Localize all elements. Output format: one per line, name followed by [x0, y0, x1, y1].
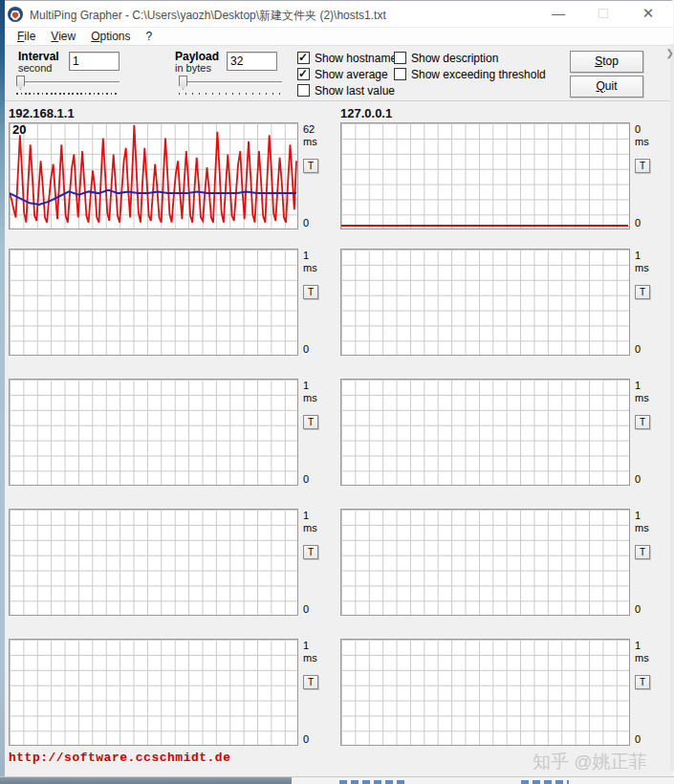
hostname-label: 127.0.0.1 [340, 106, 392, 120]
ping-graph-plot [340, 249, 630, 356]
background-window-edge-left [0, 0, 5, 776]
background-window-bottom-dark [0, 777, 292, 784]
ping-graph-plot [340, 639, 630, 746]
ping-graph-plot: 20 [9, 122, 298, 229]
scale-min-label: 0 [635, 343, 641, 355]
checkbox-label: Show last value [315, 84, 395, 98]
checkbox-label: Show exceeding threshold [411, 68, 546, 81]
app-icon [8, 7, 23, 22]
checkbox-checked-icon[interactable] [297, 68, 310, 80]
threshold-button[interactable]: T [635, 159, 650, 173]
threshold-button[interactable]: T [303, 545, 318, 559]
checkbox-unchecked-icon[interactable] [394, 68, 406, 80]
checkbox-column-1: Show hostnamesShow averageShow last valu… [297, 52, 402, 97]
scale-unit-label: ms [635, 652, 649, 664]
scale-min-label: 0 [303, 733, 309, 745]
payload-slider-track[interactable] [179, 81, 282, 84]
stop-button[interactable]: Stop [570, 51, 643, 73]
graph-area: 192.168.1.12062ms0T127.0.0.10ms0T1ms0T1m… [1, 101, 673, 777]
scale-unit-label: ms [303, 652, 317, 664]
menu-bar: File View Options ? [1, 28, 673, 45]
checkbox-show-average[interactable]: Show average [297, 68, 402, 80]
scale-unit-label: ms [303, 392, 317, 403]
scale-max-label: 1 [303, 250, 309, 261]
scale-unit-label: ms [303, 136, 317, 147]
menu-help[interactable]: ? [139, 29, 161, 45]
interval-slider-thumb[interactable] [16, 76, 25, 90]
checkbox-column-2: Show descriptionShow exceeding threshold [394, 52, 546, 80]
scale-unit-label: ms [635, 262, 649, 273]
ping-graph-plot [9, 379, 298, 486]
checkbox-show-description[interactable]: Show description [394, 52, 546, 64]
scale-min-label: 0 [303, 603, 309, 615]
toolbar: Interval second Payload in bytes Show ho… [1, 45, 673, 101]
scale-min-label: 0 [635, 217, 641, 229]
checkbox-unchecked-icon[interactable] [394, 52, 406, 64]
ping-graph-plot [9, 509, 298, 616]
checkbox-show-last-value[interactable]: Show last value [297, 84, 402, 97]
scale-max-label: 62 [303, 123, 315, 135]
background-window-bottom [0, 776, 674, 784]
minimize-button[interactable]: — [542, 1, 575, 28]
checkbox-show-exceeding-threshold[interactable]: Show exceeding threshold [394, 68, 546, 80]
footer-link[interactable]: http://software.ccschmidt.de [9, 751, 230, 765]
menu-view[interactable]: View [43, 29, 83, 45]
checkbox-label: Show average [315, 68, 388, 81]
threshold-button[interactable]: T [635, 675, 650, 689]
scale-min-label: 0 [303, 217, 309, 229]
checkbox-unchecked-icon[interactable] [297, 84, 310, 97]
scale-max-label: 1 [303, 640, 309, 651]
checkbox-label: Show description [411, 52, 498, 65]
scale-unit-label: ms [303, 522, 317, 534]
app-window: MultiPing Grapher - C:\Users\yaozh\Deskt… [0, 0, 672, 776]
scale-unit-label: ms [303, 262, 317, 273]
threshold-button[interactable]: T [635, 545, 650, 559]
ping-graph-plot [9, 639, 298, 746]
quit-button[interactable]: Quit [570, 76, 643, 98]
maximize-button[interactable]: ☐ [587, 1, 620, 28]
interval-slider-ticks [16, 93, 120, 95]
checkbox-show-hostnames[interactable]: Show hostnames [297, 52, 402, 64]
threshold-button[interactable]: T [303, 415, 318, 429]
window-title: MultiPing Grapher - C:\Users\yaozh\Deskt… [30, 8, 386, 24]
payload-input[interactable] [227, 52, 277, 71]
checkbox-label: Show hostnames [315, 52, 402, 65]
scale-max-label: 1 [635, 640, 641, 651]
payload-label: Payload [175, 50, 219, 63]
scale-max-label: 0 [635, 123, 641, 135]
threshold-button[interactable]: T [303, 285, 318, 299]
threshold-button[interactable]: T [303, 675, 318, 689]
ping-graph-plot [340, 509, 630, 616]
scale-max-label: 1 [303, 380, 309, 391]
scale-min-label: 0 [303, 473, 309, 485]
scale-unit-label: ms [635, 392, 649, 403]
payload-sublabel: in bytes [175, 62, 211, 74]
checkbox-checked-icon[interactable] [297, 52, 310, 64]
interval-input[interactable] [69, 52, 120, 71]
menu-file[interactable]: File [10, 29, 43, 45]
scale-unit-label: ms [635, 136, 649, 147]
scale-max-label: 1 [303, 510, 309, 521]
ping-graph-plot [340, 122, 630, 229]
background-window-edge-right [670, 44, 674, 771]
scale-max-label: 1 [635, 380, 641, 391]
clipped-link-fragment [521, 780, 569, 784]
ping-graph-plot [9, 249, 298, 356]
interval-label: Interval [18, 50, 59, 63]
ping-line [10, 125, 296, 223]
title-bar[interactable]: MultiPing Grapher - C:\Users\yaozh\Deskt… [1, 1, 673, 28]
payload-slider-thumb[interactable] [179, 76, 187, 90]
threshold-button[interactable]: T [635, 415, 650, 429]
payload-slider-ticks [179, 93, 282, 95]
scale-max-label: 1 [635, 250, 641, 261]
chevron-right-icon: ❯ [666, 48, 674, 58]
threshold-button[interactable]: T [303, 159, 318, 173]
interval-slider-track[interactable] [16, 81, 120, 84]
menu-options[interactable]: Options [83, 29, 138, 45]
scale-unit-label: ms [635, 522, 649, 534]
scale-min-label: 0 [635, 733, 641, 745]
watermark: 知乎 @姚正菲 [533, 750, 647, 774]
close-button[interactable]: ✕ [632, 1, 664, 28]
hostname-label: 192.168.1.1 [9, 106, 75, 120]
threshold-button[interactable]: T [635, 285, 650, 299]
